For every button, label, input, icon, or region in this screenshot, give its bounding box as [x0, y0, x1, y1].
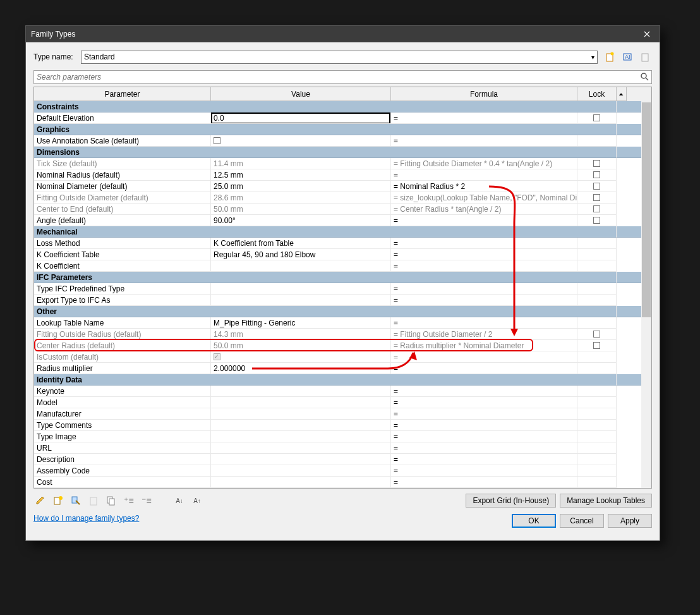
parameter-lock[interactable] — [577, 204, 617, 215]
parameter-value[interactable] — [211, 465, 391, 477]
lock-checkbox[interactable] — [593, 205, 600, 212]
parameter-value[interactable]: 0.0 — [211, 113, 391, 124]
vertical-scrollbar[interactable] — [641, 101, 651, 488]
group-header[interactable]: Other⌵ — [34, 306, 651, 317]
sort-desc-button[interactable]: A↑ — [190, 494, 204, 508]
parameter-name[interactable]: Use Annotation Scale (default) — [34, 135, 211, 147]
parameter-lock[interactable] — [577, 135, 617, 147]
parameter-name[interactable]: Nominal Radius (default) — [34, 169, 211, 181]
parameter-name[interactable]: Default Elevation — [34, 113, 211, 124]
lock-checkbox[interactable] — [593, 331, 600, 338]
parameter-value[interactable] — [211, 135, 391, 147]
group-header[interactable]: Graphics⌵ — [34, 124, 651, 135]
parameter-lock[interactable] — [577, 317, 617, 329]
lock-checkbox[interactable] — [593, 217, 600, 224]
parameter-lock[interactable] — [577, 477, 617, 488]
search-input[interactable] — [34, 73, 637, 82]
lock-checkbox[interactable] — [593, 171, 600, 178]
parameter-name[interactable]: Description — [34, 454, 211, 465]
parameter-lock[interactable] — [577, 351, 617, 363]
apply-button[interactable]: Apply — [608, 514, 652, 528]
close-button[interactable] — [634, 26, 660, 42]
parameter-formula[interactable]: = — [391, 363, 577, 374]
parameter-value[interactable] — [211, 420, 391, 431]
parameter-formula[interactable]: = — [391, 408, 577, 420]
parameter-lock[interactable] — [577, 169, 617, 181]
parameter-value[interactable]: M_Pipe Fitting - Generic — [211, 317, 391, 329]
parameter-name[interactable]: K Coefficient Table — [34, 249, 211, 260]
parameter-value[interactable]: Regular 45, 90 and 180 Elbow — [211, 249, 391, 260]
parameter-formula[interactable]: = — [391, 317, 577, 329]
parameter-name[interactable]: K Coefficient — [34, 260, 211, 272]
column-parameter[interactable]: Parameter — [34, 87, 211, 101]
parameter-formula[interactable]: = — [391, 351, 577, 363]
delete-parameter-button[interactable] — [87, 494, 100, 508]
parameter-name[interactable]: Center to End (default) — [34, 204, 211, 215]
parameter-formula[interactable]: = — [391, 465, 577, 477]
parameter-value[interactable] — [211, 477, 391, 488]
lock-checkbox[interactable] — [593, 183, 600, 190]
parameter-value[interactable] — [211, 351, 391, 363]
parameter-value[interactable]: 11.4 mm — [211, 158, 391, 169]
value-edit-field[interactable]: 0.0 — [211, 113, 390, 124]
export-grid-button[interactable]: Export Grid (In-House) — [466, 494, 556, 508]
parameter-lock[interactable] — [577, 158, 617, 169]
parameter-lock[interactable] — [577, 386, 617, 397]
parameter-formula[interactable]: = — [391, 295, 577, 306]
parameter-formula[interactable]: = — [391, 169, 577, 181]
parameter-value[interactable] — [211, 408, 391, 420]
search-button[interactable] — [637, 72, 651, 83]
parameter-lock[interactable] — [577, 442, 617, 454]
parameter-lock[interactable] — [577, 181, 617, 192]
parameter-value[interactable] — [211, 386, 391, 397]
lock-checkbox[interactable] — [593, 160, 600, 167]
parameter-name[interactable]: Center Radius (default) — [34, 340, 211, 351]
parameter-name[interactable]: Manufacturer — [34, 408, 211, 420]
help-link[interactable]: How do I manage family types? — [33, 514, 139, 528]
parameter-formula[interactable]: = Nominal Radius * 2 — [391, 181, 577, 192]
type-name-select[interactable]: Standard ▾ — [81, 51, 598, 64]
move-down-button[interactable]: ⁻≡ — [140, 494, 154, 508]
parameter-formula[interactable]: = — [391, 260, 577, 272]
parameter-formula[interactable]: = — [391, 477, 577, 488]
edit-parameter-button[interactable] — [33, 494, 47, 508]
parameter-formula[interactable]: = size_lookup(Lookup Table Name, "FOD", … — [391, 192, 577, 204]
parameter-formula[interactable]: = — [391, 238, 577, 249]
parameter-name[interactable]: Keynote — [34, 386, 211, 397]
move-up-button[interactable]: ⁺≡ — [122, 494, 136, 508]
parameter-lock[interactable] — [577, 431, 617, 442]
parameter-formula[interactable]: = Radius multiplier * Nominal Diameter — [391, 340, 577, 351]
scrollbar-thumb[interactable] — [642, 102, 651, 317]
column-value[interactable]: Value — [211, 87, 391, 101]
parameter-name[interactable]: Fitting Outside Radius (default) — [34, 329, 211, 340]
delete-type-button[interactable] — [638, 50, 652, 64]
parameter-name[interactable]: Type IFC Predefined Type — [34, 283, 211, 295]
parameter-formula[interactable]: = Fitting Outside Diameter * 0.4 * tan(A… — [391, 158, 577, 169]
parameter-lock[interactable] — [577, 295, 617, 306]
parameter-formula[interactable]: = — [391, 397, 577, 408]
parameter-name[interactable]: Type Image — [34, 431, 211, 442]
parameter-value[interactable]: 25.0 mm — [211, 181, 391, 192]
parameter-value[interactable] — [211, 260, 391, 272]
parameter-lock[interactable] — [577, 363, 617, 374]
new-parameter-button[interactable] — [51, 494, 65, 508]
parameter-value[interactable] — [211, 442, 391, 454]
parameter-formula[interactable]: = — [391, 454, 577, 465]
parameter-formula[interactable]: = Fitting Outside Diameter / 2 — [391, 329, 577, 340]
parameter-name[interactable]: Nominal Diameter (default) — [34, 181, 211, 192]
parameter-name[interactable]: Export Type to IFC As — [34, 295, 211, 306]
group-header[interactable]: Identity Data⌵ — [34, 374, 651, 386]
parameter-name[interactable]: Fitting Outside Diameter (default) — [34, 192, 211, 204]
parameter-name[interactable]: Cost — [34, 477, 211, 488]
parameter-value[interactable] — [211, 283, 391, 295]
parameter-lock[interactable] — [577, 192, 617, 204]
parameter-formula[interactable]: = — [391, 420, 577, 431]
parameter-lock[interactable] — [577, 113, 617, 124]
parameter-value[interactable] — [211, 295, 391, 306]
parameter-lock[interactable] — [577, 397, 617, 408]
parameter-lock[interactable] — [577, 454, 617, 465]
parameter-name[interactable]: URL — [34, 442, 211, 454]
parameter-lock[interactable] — [577, 340, 617, 351]
parameter-formula[interactable]: = — [391, 442, 577, 454]
parameter-lock[interactable] — [577, 215, 617, 226]
